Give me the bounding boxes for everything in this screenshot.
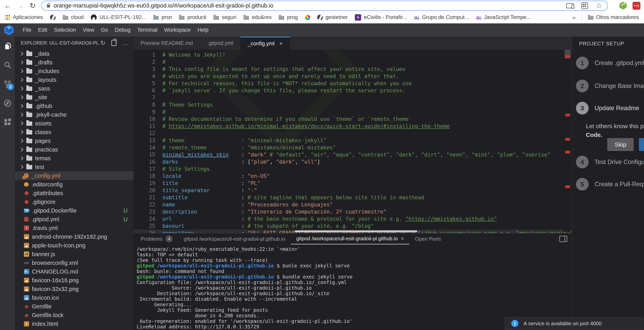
tree-item[interactable]: _drafts [15, 58, 134, 67]
code-line[interactable]: 15minimal_mistakes_skin : "dark" # "defa… [134, 151, 563, 158]
code-line[interactable]: 16darks : ["plum", "dark", "ull"] [134, 158, 563, 166]
notification-toast[interactable]: i A service is available on port 4000 [505, 317, 643, 330]
tab-open-ports[interactable]: Open Ports [410, 233, 446, 244]
step-change-base-image[interactable]: 2 Change Base Image [576, 80, 644, 92]
menu-terminal[interactable]: Terminal [134, 27, 161, 33]
code-line[interactable]: 25baseurl : # the subpath of your site, … [134, 222, 563, 230]
tab-config-yml[interactable]: _config.yml × [240, 37, 290, 50]
code-line[interactable]: 5# For technical reasons, this file is *… [134, 80, 563, 87]
bookmark-item[interactable]: edu&res [244, 14, 272, 20]
tree-item[interactable]: .gitpod.DockerfileU [15, 206, 134, 215]
refresh-explorer-icon[interactable]: ↻ [100, 40, 106, 46]
extensions-icon[interactable] [3, 118, 12, 127]
tree-item[interactable]: favicon-16x16.png [15, 276, 134, 285]
search-icon[interactable] [3, 61, 12, 70]
code-line[interactable]: 8# Theme Settings [134, 101, 563, 108]
bookmark-item[interactable]: gestetner [317, 14, 348, 20]
code-line[interactable]: 24url : # the base hostname & protocol f… [134, 215, 563, 222]
code-line[interactable]: 22name : "Procesadores de Lenguajes" [134, 201, 563, 208]
tree-item[interactable]: T.travis.yml [15, 224, 134, 232]
other-bookmarks-folder[interactable]: Otros marcadores [588, 14, 639, 20]
tab-terminal-1[interactable]: gitpod /workspace/ull-esit-gradoii-pl.gi… [178, 233, 291, 244]
menu-debug[interactable]: Debug [111, 27, 134, 33]
code-line[interactable]: 17# Site Settings [134, 166, 563, 173]
bookmark-item[interactable] [305, 15, 310, 20]
tree-item[interactable]: assets [15, 119, 134, 128]
tree-item[interactable]: .gitattributes [15, 189, 134, 198]
close-tab-icon[interactable]: × [279, 40, 282, 47]
collapse-folders-icon[interactable] [111, 40, 116, 46]
menu-edit[interactable]: Edit [35, 27, 51, 33]
tree-item[interactable]: clases [15, 128, 134, 136]
menu-go[interactable]: Go [98, 27, 111, 33]
tree-item[interactable]: _layouts [15, 75, 134, 84]
step-create-gitpod-yml[interactable]: 1 Create .gitpod.yml [576, 57, 644, 69]
code-line[interactable]: 11# https://mmistakes.github.io/minimal-… [134, 123, 563, 130]
tree-item[interactable]: _data [15, 49, 134, 58]
code-editor[interactable]: 1# Welcome to Jekyll!2#3# This config fi… [134, 50, 572, 233]
bookmarks-overflow-icon[interactable]: » [572, 14, 576, 21]
bookmark-item[interactable]: prog [279, 14, 298, 20]
tree-item[interactable]: <>browserconfig.xml [15, 258, 134, 267]
code-line[interactable]: 6# `jekyll serve`. If you change this fi… [134, 87, 563, 94]
more-actions-icon[interactable]: … [122, 42, 128, 44]
code-line[interactable]: 21subtitle : # site tagline that appears… [134, 194, 563, 201]
tab-groups-icon[interactable] [581, 2, 588, 9]
close-terminal-icon[interactable]: × [401, 236, 404, 242]
tree-item[interactable]: apple-touch-icon.png [15, 241, 134, 250]
code-line[interactable]: 19title : "PL" [134, 180, 563, 187]
code-line[interactable]: 23description : "Itinerario de Computaci… [134, 208, 563, 215]
code-line[interactable]: 3# This config file is meant for setting… [134, 66, 563, 73]
tree-item[interactable]: _config.yml [15, 171, 134, 180]
tree-item[interactable]: ◆Gemfile.lock [15, 311, 134, 319]
tree-item[interactable]: .editorconfig [15, 180, 134, 189]
code-line[interactable]: 12 [134, 130, 563, 137]
tree-item[interactable]: _sass [15, 84, 134, 93]
menu-workspace[interactable]: Workspace [161, 27, 194, 33]
extension-green-icon[interactable] [620, 2, 626, 10]
tree-item[interactable]: .gitpod.ymlU [15, 215, 134, 224]
tree-item[interactable]: .jekyll-cache [15, 110, 134, 119]
bookmark-item[interactable] [50, 15, 56, 20]
tree-item[interactable]: _site [15, 93, 134, 102]
step-create-pull-request[interactable]: 5 Create a Pull-Request [576, 178, 644, 191]
extension-password-manager-icon[interactable]: •••| [632, 2, 640, 10]
tab-gitpod-yml[interactable]: .gitpod.yml [200, 37, 240, 50]
debug-disabled-icon[interactable] [3, 99, 12, 108]
bookmark-item[interactable]: seguri [214, 14, 236, 20]
menu-file[interactable]: File [20, 27, 35, 33]
bookmark-item[interactable]: Aplicaciones [5, 14, 43, 20]
tree-item[interactable]: ◆Gemfile [15, 302, 134, 311]
code-line[interactable]: 20title_separator : "-" [134, 187, 563, 194]
code-line[interactable]: 7 [134, 94, 563, 101]
skip-button[interactable]: Skip [607, 138, 634, 151]
code-line[interactable]: 13# theme : "minimal-mistakes-jekyll" [134, 137, 563, 144]
code-line[interactable]: 10# Review documentation to determine if… [134, 115, 563, 123]
forward-icon[interactable]: → [17, 2, 24, 9]
tree-item[interactable]: M↓CHANGELOG.md [15, 267, 134, 276]
code-line[interactable]: 9# [134, 108, 563, 115]
tree-item[interactable]: JSbanner.js [15, 250, 134, 258]
bookmark-item[interactable]: ULL-ESIT-PL-192... [91, 14, 146, 20]
toggle-panel-icon[interactable] [559, 236, 567, 242]
menu-selection[interactable]: Selection [51, 27, 79, 33]
tree-item[interactable]: pages [15, 136, 134, 145]
files-icon[interactable] [3, 42, 12, 51]
source-control-icon[interactable]: 2 [3, 80, 12, 89]
step-update-readme[interactable]: 3 Update Readme [576, 102, 639, 114]
tree-item[interactable]: temas [15, 154, 134, 163]
tree-item[interactable]: _includes [15, 67, 134, 75]
menu-help[interactable]: Help [194, 27, 212, 33]
code-line[interactable]: 1# Welcome to Jekyll! [134, 51, 563, 58]
code-line[interactable]: 18locale : "en-US" [134, 173, 563, 180]
update-button[interactable]: Update [639, 138, 644, 151]
bookmark-item[interactable]: producti [179, 14, 206, 20]
code-line[interactable]: 4# which you are expected to set up once… [134, 73, 563, 80]
bookmark-star-icon[interactable]: ☆ [596, 2, 602, 9]
menu-view[interactable]: View [79, 27, 98, 33]
reload-icon[interactable]: ↻ [30, 2, 36, 9]
tree-item[interactable]: test [15, 163, 134, 171]
tab-preview-readme[interactable]: Preview README.md [134, 37, 200, 50]
editor-horizontal-scrollbar[interactable] [295, 230, 417, 232]
bookmark-item[interactable]: prsn [153, 14, 172, 20]
